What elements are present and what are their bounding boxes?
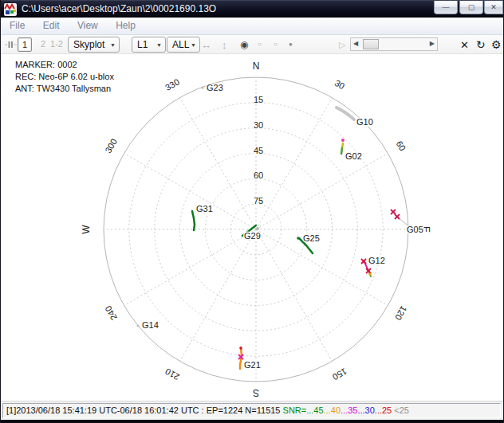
status-text: [1]2013/06/18 15:41:19 UTC-06/18 16:01:4… bbox=[2, 403, 501, 418]
maximize-icon: ▢ bbox=[468, 3, 475, 11]
satellite-label-G12: G12 bbox=[368, 256, 385, 265]
satellite-label-G29: G29 bbox=[244, 231, 261, 241]
statusbar: [1]2013/06/18 15:41:19 UTC-06/18 16:01:4… bbox=[1, 401, 503, 420]
satellite-G23: G23 bbox=[202, 83, 223, 92]
marker-info: MARKER: 0002 bbox=[15, 59, 114, 71]
minimize-icon: — bbox=[443, 3, 450, 11]
fit-horizontal-icon: ↔ bbox=[201, 39, 211, 49]
scrollbar-thumb[interactable] bbox=[363, 39, 379, 49]
satellite-G12: G12 bbox=[361, 256, 385, 276]
stream-pause-icon bbox=[4, 38, 17, 51]
svg-text:330: 330 bbox=[163, 76, 181, 92]
svg-text:60: 60 bbox=[254, 170, 263, 180]
toolbar: 1 2 1-2 Skyplot ▼ L1 ▼ ALL ▼ ↔ ↕ ◉ ○ ○ ●… bbox=[1, 35, 503, 54]
receiver-model-info: REC: Neo-6P 6.02 u-blox bbox=[15, 71, 114, 83]
svg-text:N: N bbox=[253, 61, 260, 72]
center-origin-icon[interactable]: ◉ bbox=[240, 40, 248, 49]
menu-file[interactable]: File bbox=[2, 18, 32, 31]
satellite-label-G02: G02 bbox=[345, 151, 362, 161]
status-segment: [1]2013/06/18 15:41:19 UTC-06/18 16:01:4… bbox=[6, 405, 283, 415]
settings-gear-icon[interactable]: ⚙ bbox=[491, 39, 502, 50]
satellite-label-G23: G23 bbox=[207, 83, 223, 92]
obs-type-select[interactable]: L1 ▼ bbox=[132, 37, 166, 53]
scale-filled-icon: ● bbox=[289, 41, 293, 48]
rtklib-logo-icon bbox=[4, 3, 17, 16]
maximize-button[interactable]: ▢ bbox=[459, 1, 483, 14]
svg-text:S: S bbox=[253, 387, 259, 398]
scroll-left-icon[interactable]: ◀ bbox=[353, 41, 358, 47]
svg-text:30: 30 bbox=[333, 78, 347, 92]
status-segment: ...30 bbox=[357, 405, 374, 415]
frame-1-button[interactable]: 1 bbox=[18, 37, 32, 52]
menu-view[interactable]: View bbox=[70, 18, 105, 31]
plot-type-select[interactable]: Skyplot ▼ bbox=[68, 37, 120, 53]
receiver-info: MARKER: 0002 REC: Neo-6P 6.02 u-blox ANT… bbox=[15, 59, 114, 95]
plot-area: MARKER: 0002 REC: Neo-6P 6.02 u-blox ANT… bbox=[1, 54, 504, 401]
svg-text:150: 150 bbox=[331, 366, 348, 382]
satellite-label-G25: G25 bbox=[303, 233, 320, 243]
satellite-label-G05: G05 bbox=[407, 225, 423, 234]
status-segment: SNR=...45 bbox=[283, 405, 324, 415]
menu-help[interactable]: Help bbox=[108, 18, 143, 31]
svg-text:60: 60 bbox=[395, 139, 408, 153]
status-segment: ...25 bbox=[375, 405, 392, 415]
animate-play-icon: ▷ bbox=[339, 40, 345, 49]
scroll-right-icon[interactable]: ▶ bbox=[430, 41, 435, 47]
app-icon[interactable] bbox=[4, 3, 17, 16]
refresh-icon[interactable]: ↻ bbox=[476, 39, 486, 50]
satellite-G02: G02 bbox=[341, 139, 362, 161]
status-segment: ...40 bbox=[324, 405, 341, 415]
fit-vertical-icon: ↕ bbox=[222, 39, 227, 49]
menubar: File Edit View Help bbox=[1, 18, 503, 35]
window-frame-bottom bbox=[1, 420, 503, 423]
svg-text:45: 45 bbox=[254, 146, 263, 155]
obs-type-value: L1 bbox=[137, 39, 148, 50]
satellite-G05: G05 bbox=[391, 210, 423, 234]
svg-text:75: 75 bbox=[254, 196, 263, 206]
clear-plot-icon[interactable]: ✕ bbox=[460, 39, 469, 49]
rtkplot-window: C:\Users\acer\Desktop\Zaun\2\00021690.13… bbox=[0, 0, 504, 423]
svg-text:15: 15 bbox=[254, 95, 263, 104]
scale-small-icon: ○ bbox=[258, 41, 262, 48]
minimize-button[interactable]: — bbox=[434, 1, 458, 14]
window-title: C:\Users\acer\Desktop\Zaun\2\00021690.13… bbox=[22, 3, 216, 14]
frame-12-button: 1-2 bbox=[49, 37, 65, 52]
plot-type-value: Skyplot bbox=[73, 39, 104, 50]
pause-bars-icon bbox=[5, 41, 17, 49]
satellite-filter-value: ALL bbox=[172, 39, 189, 50]
close-icon: ✕ bbox=[490, 3, 497, 11]
status-segment: <25 bbox=[392, 405, 409, 415]
status-segment: ...35 bbox=[341, 405, 357, 415]
satellite-G25: G25 bbox=[297, 233, 320, 253]
svg-text:30: 30 bbox=[254, 120, 263, 130]
svg-text:210: 210 bbox=[163, 366, 181, 382]
chevron-down-icon: ▼ bbox=[110, 42, 116, 48]
satellite-label-G10: G10 bbox=[356, 117, 373, 127]
svg-text:300: 300 bbox=[103, 137, 119, 155]
svg-text:W: W bbox=[81, 225, 92, 234]
chevron-down-icon: ▼ bbox=[156, 42, 162, 48]
satellite-filter-select[interactable]: ALL ▼ bbox=[167, 37, 200, 53]
satellite-G21: G21 bbox=[238, 347, 261, 370]
menu-edit[interactable]: Edit bbox=[36, 18, 67, 31]
satellite-G10: G10 bbox=[337, 108, 373, 127]
close-button[interactable]: ✕ bbox=[484, 1, 503, 14]
satellite-G31: G31 bbox=[192, 204, 213, 230]
svg-text:120: 120 bbox=[393, 304, 409, 322]
satellite-label-G21: G21 bbox=[244, 360, 261, 370]
satellite-label-G31: G31 bbox=[196, 204, 213, 213]
titlebar[interactable]: C:\Users\acer\Desktop\Zaun\2\00021690.13… bbox=[1, 0, 503, 18]
satellite-label-G14: G14 bbox=[142, 320, 159, 330]
chevron-down-icon: ▼ bbox=[191, 42, 196, 48]
antenna-info: ANT: TW3430 Tallysman bbox=[15, 83, 114, 95]
svg-text:240: 240 bbox=[103, 304, 119, 322]
time-scrollbar[interactable]: ◀ ▶ bbox=[350, 37, 438, 51]
skyplot-canvas: 15304560753060120150210240300330NESWG23G… bbox=[1, 54, 504, 401]
scale-medium-icon: ○ bbox=[274, 41, 278, 48]
